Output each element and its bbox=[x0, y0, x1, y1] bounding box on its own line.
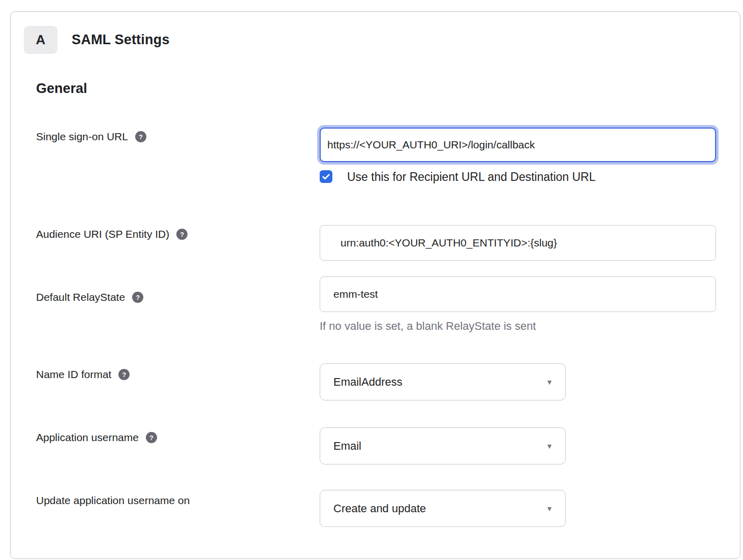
application-username-label-text: Application username bbox=[36, 431, 139, 444]
relay-state-label-text: Default RelayState bbox=[36, 291, 125, 303]
chevron-down-icon: ▼ bbox=[546, 505, 553, 512]
application-username-value: Email bbox=[333, 440, 361, 453]
saml-settings-panel: A SAML Settings General Single sign-on U… bbox=[10, 11, 740, 559]
chevron-down-icon: ▼ bbox=[546, 379, 553, 386]
application-username-select[interactable]: Email ▼ bbox=[320, 427, 566, 464]
help-icon[interactable]: ? bbox=[118, 369, 130, 380]
name-id-format-label: Name ID format ? bbox=[36, 368, 130, 381]
help-icon[interactable]: ? bbox=[132, 292, 143, 303]
audience-uri-label: Audience URI (SP Entity ID) ? bbox=[36, 228, 188, 240]
application-username-label: Application username ? bbox=[36, 431, 157, 444]
checkmark-icon bbox=[322, 172, 330, 181]
relay-state-helper-text: If no value is set, a blank RelayState i… bbox=[320, 320, 536, 333]
sso-url-label: Single sign-on URL ? bbox=[36, 131, 146, 143]
name-id-format-select[interactable]: EmailAddress ▼ bbox=[320, 363, 566, 400]
section-title-general: General bbox=[36, 81, 87, 97]
update-application-username-label: Update application username on bbox=[36, 494, 190, 507]
relay-state-label: Default RelayState ? bbox=[36, 291, 143, 303]
help-icon[interactable]: ? bbox=[135, 131, 146, 142]
relay-state-input[interactable] bbox=[320, 276, 716, 312]
step-badge-letter: A bbox=[36, 32, 46, 48]
step-badge: A bbox=[24, 26, 57, 54]
update-application-username-value: Create and update bbox=[333, 502, 426, 515]
name-id-format-label-text: Name ID format bbox=[36, 368, 111, 381]
update-application-username-select[interactable]: Create and update ▼ bbox=[320, 490, 566, 527]
audience-uri-label-text: Audience URI (SP Entity ID) bbox=[36, 228, 169, 240]
sso-url-label-text: Single sign-on URL bbox=[36, 131, 128, 143]
panel-title: SAML Settings bbox=[72, 32, 170, 48]
audience-uri-input[interactable] bbox=[320, 225, 716, 261]
use-for-recipient-label: Use this for Recipient URL and Destinati… bbox=[347, 170, 596, 184]
help-icon[interactable]: ? bbox=[176, 229, 188, 240]
help-icon[interactable]: ? bbox=[146, 432, 157, 443]
use-for-recipient-checkbox[interactable] bbox=[320, 170, 332, 183]
chevron-down-icon: ▼ bbox=[546, 443, 553, 450]
update-application-username-label-text: Update application username on bbox=[36, 494, 190, 507]
sso-url-input[interactable] bbox=[320, 128, 716, 162]
name-id-format-value: EmailAddress bbox=[333, 376, 403, 389]
